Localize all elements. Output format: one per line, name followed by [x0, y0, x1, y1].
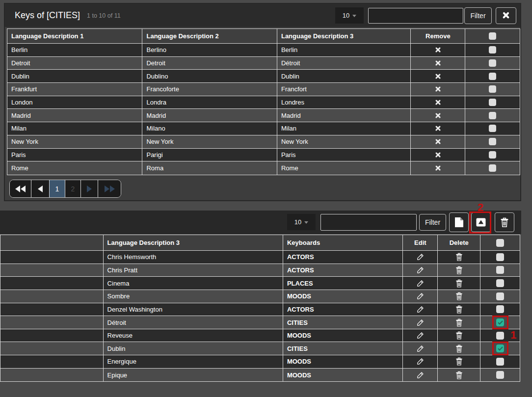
filter-input-bottom[interactable] — [320, 214, 417, 231]
remove-button[interactable] — [411, 135, 465, 148]
column-header — [480, 235, 520, 250]
remove-icon — [435, 100, 441, 105]
row-checkbox[interactable] — [489, 85, 496, 93]
edit-button[interactable] — [403, 316, 438, 329]
cell-empty — [0, 290, 104, 303]
cell-keyboard: ACTORS — [283, 264, 403, 277]
remove-button[interactable] — [411, 57, 465, 70]
row-checkbox[interactable] — [496, 371, 504, 379]
delete-button[interactable] — [438, 316, 480, 329]
filter-button-bottom[interactable]: Filter — [419, 214, 446, 231]
close-button[interactable] — [496, 7, 516, 24]
row-checkbox-checked[interactable] — [496, 318, 504, 326]
row-checkbox[interactable] — [489, 59, 496, 67]
cell-desc3: Madrid — [277, 109, 411, 122]
cell-desc2: Roma — [142, 161, 277, 175]
pagination-first-button[interactable] — [10, 180, 31, 197]
row-checkbox[interactable] — [496, 358, 504, 366]
pencil-icon — [416, 371, 425, 379]
pagination-prev-button[interactable] — [31, 180, 50, 197]
row-checkbox[interactable] — [496, 266, 504, 274]
row-checkbox[interactable] — [489, 99, 496, 106]
cell-desc2: Dublino — [142, 70, 277, 82]
pencil-icon — [416, 357, 425, 366]
cell-empty — [0, 369, 104, 382]
row-checkbox[interactable] — [489, 164, 496, 172]
pencil-icon — [416, 279, 425, 288]
delete-button[interactable] — [438, 355, 480, 368]
delete-button[interactable] — [438, 303, 480, 316]
pagination-page-2[interactable]: 2 — [65, 180, 81, 197]
delete-button[interactable] — [438, 277, 480, 290]
row-checkbox[interactable] — [489, 151, 496, 159]
edit-button[interactable] — [403, 303, 438, 316]
remove-button[interactable] — [411, 44, 465, 56]
row-checkbox[interactable] — [489, 73, 496, 80]
table-row: SombreMOODS — [0, 290, 520, 303]
row-checkbox[interactable] — [489, 112, 496, 119]
cell-empty — [0, 342, 104, 355]
delete-button[interactable] — [438, 329, 480, 342]
page-size-select[interactable]: 10 — [335, 7, 364, 24]
checkbox-cell — [480, 342, 520, 355]
remove-button[interactable] — [411, 149, 465, 161]
row-checkbox[interactable] — [496, 253, 504, 261]
edit-button[interactable] — [403, 342, 438, 355]
edit-button[interactable] — [403, 329, 438, 342]
edit-button[interactable] — [403, 355, 438, 368]
pencil-icon — [416, 344, 425, 353]
remove-icon — [435, 47, 441, 53]
checkbox-cell — [480, 316, 520, 329]
cell-keyboard: MOODS — [283, 329, 403, 342]
cell-desc3: Rome — [277, 161, 411, 175]
select-all-checkbox[interactable] — [496, 239, 504, 247]
delete-button[interactable] — [438, 264, 480, 277]
delete-button[interactable] — [438, 290, 480, 303]
remove-button[interactable] — [411, 161, 465, 175]
pagination-last-button[interactable] — [98, 180, 121, 197]
cell-keyboard: CITIES — [283, 316, 403, 329]
column-header: Remove — [411, 29, 465, 43]
remove-button[interactable] — [411, 83, 465, 96]
delete-button[interactable] — [438, 369, 480, 382]
remove-button[interactable] — [411, 109, 465, 122]
delete-button[interactable] — [438, 251, 480, 264]
chevron-down-icon — [352, 15, 356, 17]
new-document-button[interactable] — [449, 212, 469, 232]
column-header: Delete — [438, 235, 480, 250]
remove-button[interactable] — [411, 122, 465, 135]
row-checkbox[interactable] — [496, 305, 504, 313]
edit-button[interactable] — [403, 277, 438, 290]
edit-button[interactable] — [403, 251, 438, 264]
edit-button[interactable] — [403, 369, 438, 382]
delete-button[interactable] — [438, 342, 480, 355]
cell-desc3: Francfort — [277, 83, 411, 96]
cell-desc1: New York — [7, 135, 142, 148]
remove-button[interactable] — [411, 70, 465, 82]
row-checkbox[interactable] — [489, 138, 496, 145]
row-checkbox[interactable] — [496, 332, 504, 340]
checkbox-cell — [465, 135, 520, 148]
edit-button[interactable] — [403, 264, 438, 277]
column-header — [465, 29, 520, 43]
delete-selected-button[interactable] — [495, 212, 514, 232]
row-checkbox[interactable] — [496, 292, 504, 300]
pagination-next-button[interactable] — [81, 180, 98, 197]
row-checkbox-checked[interactable] — [496, 344, 504, 352]
filter-button[interactable]: Filter — [464, 7, 492, 24]
cell-description: Chris Hemsworth — [104, 251, 283, 264]
edit-button[interactable] — [403, 290, 438, 303]
row-checkbox[interactable] — [489, 46, 496, 53]
column-header: Language Description 2 — [142, 29, 277, 43]
row-checkbox[interactable] — [489, 125, 496, 132]
select-all-checkbox[interactable] — [489, 32, 496, 40]
filter-input[interactable] — [368, 8, 463, 24]
pagination-page-1[interactable]: 1 — [50, 180, 65, 197]
remove-button[interactable] — [411, 96, 465, 109]
row-checkbox[interactable] — [496, 279, 504, 287]
panel-controls: 10 Filter — [335, 7, 516, 24]
trash-icon — [455, 292, 463, 300]
page-size-select-bottom[interactable]: 10 — [287, 214, 316, 230]
table-row: DétroitCITIES — [0, 316, 520, 329]
cell-description: Dublin — [104, 342, 283, 355]
